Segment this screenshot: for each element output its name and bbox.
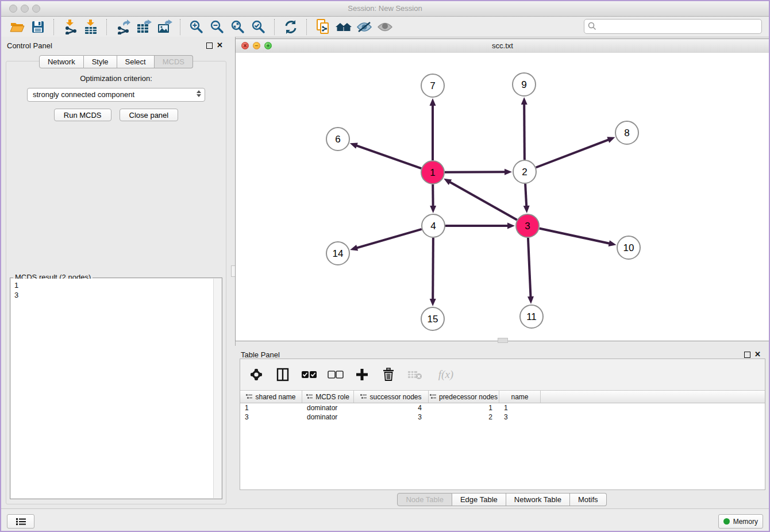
network-window-title: scc.txt xyxy=(236,41,769,50)
control-panel-title: Control Panel xyxy=(7,41,52,50)
graph-edge[interactable] xyxy=(355,145,421,168)
search-input[interactable] xyxy=(584,19,762,34)
run-mcds-button[interactable]: Run MCDS xyxy=(54,109,111,121)
column-header-mcds-role[interactable]: MCDS role xyxy=(302,391,354,403)
copy-network-icon[interactable] xyxy=(313,18,333,36)
function-icon[interactable]: f(x) xyxy=(433,367,459,383)
network-canvas[interactable]: 7968124314101511 xyxy=(236,53,769,341)
graph-edge[interactable] xyxy=(528,238,531,298)
table-cell: dominator xyxy=(302,404,354,412)
close-panel-icon[interactable]: ✕ xyxy=(217,41,223,49)
mcds-result-area[interactable]: 1 3 xyxy=(11,279,221,498)
node-table-container: f(x) shared name MCDS role successor nod… xyxy=(240,358,765,490)
graph-edge[interactable] xyxy=(536,139,610,167)
graph-edge[interactable] xyxy=(540,228,611,244)
window-title: Session: New Session xyxy=(1,4,769,13)
node-label: 3 xyxy=(525,221,530,232)
table-body: 1dominator4113dominator323 xyxy=(240,403,765,422)
deselect-all-icon[interactable] xyxy=(328,367,344,383)
show-eye-icon[interactable] xyxy=(375,18,395,36)
edge-arrowhead xyxy=(528,296,534,304)
node-label: 11 xyxy=(526,311,537,322)
tab-motifs[interactable]: Motifs xyxy=(570,493,607,506)
delete-icon[interactable] xyxy=(380,367,396,383)
refresh-icon[interactable] xyxy=(280,18,301,36)
graph-edge[interactable] xyxy=(524,103,525,160)
export-table-icon[interactable] xyxy=(133,18,154,36)
graph-edge[interactable] xyxy=(525,184,526,207)
select-all-icon[interactable] xyxy=(301,367,317,383)
table-panel-title: Table Panel xyxy=(241,350,280,359)
tab-mcds[interactable]: MCDS xyxy=(155,55,193,68)
graph-edge[interactable] xyxy=(356,229,422,248)
graph-edge[interactable] xyxy=(449,182,517,220)
tab-network-table[interactable]: Network Table xyxy=(506,493,570,506)
network-window-titlebar[interactable]: × − + scc.txt xyxy=(236,39,769,53)
list-icon xyxy=(16,518,26,526)
column-header-name[interactable]: name xyxy=(499,391,541,403)
network-graph[interactable]: 7968124314101511 xyxy=(236,53,769,341)
edge-arrowhead xyxy=(521,97,528,105)
application-window: Session: New Session xyxy=(0,0,770,532)
float-table-panel-icon[interactable] xyxy=(744,352,750,358)
edge-arrowhead xyxy=(350,142,358,148)
export-image-icon[interactable] xyxy=(154,18,175,36)
graph-edge[interactable] xyxy=(445,172,506,172)
column-header-shared-name[interactable]: shared name xyxy=(240,391,302,403)
task-history-button[interactable] xyxy=(7,514,34,529)
export-network-icon[interactable] xyxy=(113,18,133,36)
node-label: 6 xyxy=(335,134,340,145)
close-table-panel-icon[interactable]: ✕ xyxy=(754,350,761,358)
criterion-value: strongly connected component xyxy=(33,90,134,99)
table-toolbar: f(x) xyxy=(240,359,765,390)
mcds-result-text: 1 3 xyxy=(11,279,221,302)
column-header-filler xyxy=(541,391,621,403)
add-icon[interactable] xyxy=(354,367,370,383)
table-cell: 2 xyxy=(429,413,499,421)
edge-arrowhead xyxy=(607,137,615,142)
canvas-resize-handle[interactable] xyxy=(498,338,508,343)
import-table-icon[interactable] xyxy=(80,18,101,36)
tab-select[interactable]: Select xyxy=(117,55,155,68)
column-header-successor-nodes[interactable]: successor nodes xyxy=(354,391,429,403)
home-icon[interactable] xyxy=(333,18,354,36)
zoom-in-icon[interactable] xyxy=(186,18,207,36)
tab-network[interactable]: Network xyxy=(39,55,84,68)
zoom-fit-icon[interactable] xyxy=(228,18,248,36)
zoom-out-icon[interactable] xyxy=(207,18,228,36)
sort-icon xyxy=(360,394,367,400)
edge-arrowhead xyxy=(350,245,358,251)
result-scrollbar[interactable] xyxy=(213,279,221,498)
table-row[interactable]: 3dominator323 xyxy=(240,413,765,422)
gear-icon[interactable] xyxy=(248,367,264,383)
search-field-wrap xyxy=(584,19,762,34)
status-bar: Memory xyxy=(1,508,769,531)
delete-table-icon[interactable] xyxy=(407,367,423,383)
columns-icon[interactable] xyxy=(275,367,291,383)
save-icon[interactable] xyxy=(28,18,48,36)
toolbar-separator xyxy=(106,19,107,35)
edge-arrowhead xyxy=(507,223,515,229)
tab-edge-table[interactable]: Edge Table xyxy=(452,493,506,506)
float-panel-icon[interactable] xyxy=(206,43,213,49)
tab-node-table[interactable]: Node Table xyxy=(397,493,452,506)
criterion-select[interactable]: strongly connected component xyxy=(27,88,205,102)
tab-style[interactable]: Style xyxy=(84,55,117,68)
hide-eye-icon[interactable] xyxy=(354,18,375,36)
edge-arrowhead xyxy=(523,206,530,213)
edge-arrowhead xyxy=(609,240,617,246)
table-row[interactable]: 1dominator411 xyxy=(240,403,765,413)
column-header-predecessor-nodes[interactable]: predecessor nodes xyxy=(429,391,499,403)
mcds-result-group: MCDS result (2 nodes) 1 3 xyxy=(10,277,222,499)
memory-button[interactable]: Memory xyxy=(718,514,763,529)
control-panel: Control Panel ✕ Network Style Select MCD… xyxy=(1,37,231,506)
zoom-selected-icon[interactable] xyxy=(248,18,269,36)
open-folder-icon[interactable] xyxy=(7,18,28,36)
chevron-up-down-icon xyxy=(197,90,201,97)
import-network-icon[interactable] xyxy=(60,18,80,36)
node-label: 4 xyxy=(430,221,436,232)
node-label: 1 xyxy=(430,167,435,178)
node-label: 7 xyxy=(430,80,435,91)
close-panel-button[interactable]: Close panel xyxy=(120,109,179,121)
graph-edge[interactable] xyxy=(433,238,433,300)
